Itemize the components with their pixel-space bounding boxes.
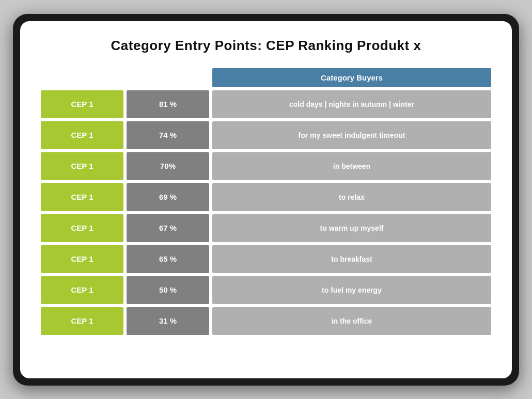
cell-label-0: cold days | nights in autumn | winter xyxy=(212,90,491,118)
cell-percent-5: 65 % xyxy=(127,245,209,273)
cell-label-3: to relax xyxy=(212,183,491,211)
table-row: CEP 169 %to relax xyxy=(41,183,491,211)
cell-label-2: in between xyxy=(212,152,491,180)
cell-label-4: to warm up myself xyxy=(212,214,491,242)
cell-percent-0: 81 % xyxy=(127,90,209,118)
cell-cep-2: CEP 1 xyxy=(41,152,123,180)
cell-cep-5: CEP 1 xyxy=(41,245,123,273)
cell-cep-1: CEP 1 xyxy=(41,121,123,149)
table-row: CEP 165 %to breakfast xyxy=(41,245,491,273)
header-empty-col2 xyxy=(127,68,209,87)
table-container: Category Buyers CEP 181 %cold days | nig… xyxy=(41,68,491,335)
cell-cep-3: CEP 1 xyxy=(41,183,123,211)
table-row: CEP 131 %in the office xyxy=(41,307,491,335)
data-rows: CEP 181 %cold days | nights in autumn | … xyxy=(41,90,491,335)
table-row: CEP 174 %for my sweet indulgent timeout xyxy=(41,121,491,149)
cell-percent-3: 69 % xyxy=(127,183,209,211)
page-title: Category Entry Points: CEP Ranking Produ… xyxy=(41,38,491,54)
cell-cep-7: CEP 1 xyxy=(41,307,123,335)
table-row: CEP 181 %cold days | nights in autumn | … xyxy=(41,90,491,118)
cell-percent-2: 70% xyxy=(127,152,209,180)
cell-label-1: for my sweet indulgent timeout xyxy=(212,121,491,149)
cell-cep-4: CEP 1 xyxy=(41,214,123,242)
table-header-row: Category Buyers xyxy=(41,68,491,87)
table-row: CEP 167 %to warm up myself xyxy=(41,214,491,242)
cell-label-6: to fuel my energy xyxy=(212,276,491,304)
device-frame: Category Entry Points: CEP Ranking Produ… xyxy=(13,14,519,386)
screen: Category Entry Points: CEP Ranking Produ… xyxy=(20,21,512,378)
cell-label-7: in the office xyxy=(212,307,491,335)
cell-cep-6: CEP 1 xyxy=(41,276,123,304)
cell-cep-0: CEP 1 xyxy=(41,90,123,118)
table-row: CEP 150 %to fuel my energy xyxy=(41,276,491,304)
cell-percent-6: 50 % xyxy=(127,276,209,304)
header-empty-col1 xyxy=(41,68,123,87)
cell-label-5: to breakfast xyxy=(212,245,491,273)
cell-percent-7: 31 % xyxy=(127,307,209,335)
cell-percent-4: 67 % xyxy=(127,214,209,242)
cell-percent-1: 74 % xyxy=(127,121,209,149)
header-category-buyers: Category Buyers xyxy=(212,68,491,87)
table-row: CEP 170%in between xyxy=(41,152,491,180)
